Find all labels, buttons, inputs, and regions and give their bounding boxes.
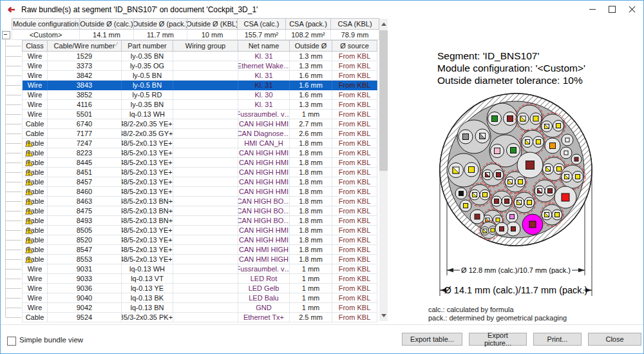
- close-dialog-button[interactable]: Close: [588, 333, 641, 346]
- scroll-down-button[interactable]: [379, 310, 388, 321]
- table-row[interactable]: Cable7247B48/5-2x0.13 YE+…HMI CAN_H1.8 m…: [22, 139, 377, 148]
- sort-ascending-icon: ∕: [116, 41, 117, 48]
- table-row[interactable]: Cable8445B48/5-2x0.13 YE+…CAN HIGH HMI1.…: [22, 158, 377, 168]
- minimize-icon: [589, 9, 596, 10]
- legend-line: calc.: calculated by formula: [428, 306, 567, 314]
- cell-net-name: CAN HIGH HMI: [238, 119, 290, 129]
- cell-part-number: H35/3-2x0.35 PK+…: [122, 313, 173, 322]
- column-header-csa-pack-[interactable]: CSA (pack.): [286, 18, 331, 30]
- table-row[interactable]: Wire4116ly-0.35 BNKl. 311.3 mmFrom KBL: [22, 100, 377, 110]
- table-row[interactable]: Cable8505B48/5-2x0.13 YE+…CAN HIGH HMI1.…: [22, 226, 377, 235]
- module-config-value: 10 mm: [187, 30, 238, 40]
- cell-net-name: CAN HIGH HMI: [238, 187, 290, 197]
- cell-net-name: CAN HIGH HMI: [238, 226, 290, 235]
- tree-branch-line: [6, 143, 21, 144]
- table-row[interactable]: Wire3852ly-0.5 RDKl. 301.6 mmFrom KBL: [22, 90, 377, 100]
- tree-branch-line: [6, 162, 21, 163]
- scroll-up-button[interactable]: [379, 19, 388, 30]
- cell-outside-: 1.8 mm: [290, 158, 332, 168]
- wire-color-code: [469, 167, 475, 173]
- table-row[interactable]: Wire9031lq-0.13 WHFussraumbel. v…1 mmFro…: [22, 264, 377, 274]
- cell-net-name: CAN HIGH BO…: [238, 216, 290, 226]
- column-header-net-name[interactable]: Net name: [238, 40, 290, 52]
- table-row[interactable]: Cable8553B48/5-2x0.13 YE+…CAN HMI HIGH1.…: [22, 255, 377, 264]
- table-row[interactable]: Wire9040lq-0.13 BKLED Balu1 mmFrom KBL: [22, 293, 377, 303]
- tree-branch-line: [6, 240, 21, 241]
- table-row[interactable]: Wire9036lq-0.13 YELED Gelb1 mmFrom KBL: [22, 284, 377, 293]
- table-row[interactable]: Cable8457B48/5-2x0.13 YE+…CAN HIGH HMI1.…: [22, 177, 377, 187]
- cell--source: From KBL: [332, 81, 377, 90]
- cell--source: From KBL: [332, 52, 377, 61]
- window-title: Raw bundle(s) at segment 'ID_BNS107' on …: [21, 5, 258, 14]
- tree-branch-line: [6, 124, 21, 124]
- module-config-row[interactable]: <Custom>14.1 mm11.7 mm10 mm155.7 mm²108.…: [12, 30, 379, 40]
- cell--source: From KBL: [332, 139, 377, 148]
- tree-branch-line: [6, 250, 21, 250]
- cell-part-number: B48/5-2x0.13 YE+…: [122, 139, 173, 148]
- column-header-module-configuration[interactable]: Module configuration∕: [12, 18, 80, 30]
- table-row[interactable]: Wire3843ly-0.5 BNKl. 311.6 mmFrom KBL: [22, 81, 377, 90]
- column-header-wiring-group[interactable]: Wiring group: [173, 40, 238, 52]
- cell-class: Cable: [22, 139, 48, 148]
- column-header-outside-pack-[interactable]: Outside Ø (pack.): [134, 18, 187, 30]
- column-header-csa-kbl-[interactable]: CSA (KBL): [331, 18, 379, 30]
- cell-wiring-group: [173, 61, 238, 71]
- table-row[interactable]: Wire9033lq-0.13 VTLED Rot1 mmFrom KBL: [22, 274, 377, 284]
- wire-color-code: [529, 221, 536, 228]
- cell-part-number: ly-0.5 RD: [122, 90, 173, 100]
- table-row[interactable]: Cable8463B48/5-2x0.13 BN+…CAN HIGH BO…1.…: [22, 197, 377, 206]
- wire-color-code: [555, 213, 560, 217]
- column-header-class[interactable]: Class: [22, 40, 48, 52]
- table-row[interactable]: Cable8520B48/5-2x0.13 YE+…CAN HIGH HMI1.…: [22, 235, 377, 245]
- column-header--source[interactable]: Ø source: [332, 40, 377, 52]
- export-table-button[interactable]: Export table...: [402, 333, 462, 346]
- cell-net-name: Kl. 30: [238, 90, 290, 100]
- close-button[interactable]: [622, 1, 642, 18]
- print-button[interactable]: Print...: [533, 333, 582, 346]
- cell-cable-wire-number: 8463: [48, 197, 122, 206]
- table-row[interactable]: Cable8451B48/5-2x0.13 YE+…CAN HIGH HMI1.…: [22, 168, 377, 177]
- export-picture-button[interactable]: Export picture...: [469, 333, 527, 346]
- table-row[interactable]: Wire9042lq-0.13 BNGND1 mmFrom KBL: [22, 303, 377, 313]
- table-row[interactable]: Cable8547B48/5-2x0.13 YE+…CAN HMI HIGH1.…: [22, 245, 377, 255]
- column-header-csa-calc-[interactable]: CSA (calc.): [238, 18, 286, 30]
- scrollbar-thumb[interactable]: [379, 30, 388, 171]
- column-header-outside-[interactable]: Outside Ø: [290, 40, 332, 52]
- cell--source: From KBL: [332, 148, 377, 158]
- minimize-button[interactable]: [582, 1, 602, 18]
- column-header-part-number[interactable]: Part number: [122, 40, 173, 52]
- wire-color-code: [495, 199, 499, 204]
- wire-color-code: [475, 214, 480, 219]
- cell--source: From KBL: [332, 216, 377, 226]
- table-row[interactable]: Wire1529ly-0.35 BNKl. 311.3 mmFrom KBL: [22, 52, 377, 61]
- tree-collapse-toggle[interactable]: [2, 31, 10, 39]
- cell-wiring-group: [173, 139, 238, 148]
- table-row[interactable]: Wire3373ly-0.35 OGEthernet Wake…1.3 mmFr…: [22, 61, 377, 71]
- cell-net-name: LED Rot: [238, 274, 290, 284]
- cell-class: Cable: [22, 226, 48, 235]
- table-row[interactable]: Cable9524H35/3-2x0.35 PK+…Ethernet Tx+2.…: [22, 313, 377, 322]
- cell-part-number: lq-0.13 BK: [122, 293, 173, 303]
- cell-net-name: CAN HIGH HMI: [238, 235, 290, 245]
- table-row[interactable]: Cable8493B48/5-2x0.13 BN+…CAN HIGH BO…1.…: [22, 216, 377, 226]
- table-row[interactable]: Cable8475B48/5-2x0.13 BN+…CAN HIGH BO…1.…: [22, 206, 377, 216]
- cell-wiring-group: [173, 264, 238, 274]
- column-header-cable-wire-number[interactable]: Cable/Wire number∕: [48, 40, 122, 52]
- cell--source: From KBL: [332, 303, 377, 313]
- simple-bundle-view-checkbox[interactable]: [7, 337, 16, 346]
- table-row[interactable]: Cable6740B48/2-2x0.35 YE+…CAN HIGH HMI2.…: [22, 119, 377, 129]
- column-header-outside-kbl-[interactable]: Outside Ø (KBL): [187, 18, 238, 30]
- table-row[interactable]: Wire3842ly-0.5 BNKl. 311.6 mmFrom KBL: [22, 71, 377, 81]
- cell-class: Wire: [22, 274, 48, 284]
- cell-part-number: B48/5-2x0.13 YE+…: [122, 226, 173, 235]
- table-row[interactable]: Wire5501lq-0.13 WHFussraumbel. v…1 mmFro…: [22, 110, 377, 119]
- cell-cable-wire-number: 9031: [48, 264, 122, 274]
- table-row[interactable]: Cable7177B48/2-2x0.35 GY+…CAN Diagnose…2…: [22, 129, 377, 139]
- column-header-outside-calc-[interactable]: Outside Ø (calc.): [80, 18, 134, 30]
- maximize-button[interactable]: [602, 1, 622, 18]
- table-row[interactable]: Cable8460B48/5-2x0.13 YE+…CAN HIGH HMI1.…: [22, 187, 377, 197]
- table-scrollbar[interactable]: [379, 19, 388, 321]
- title-bar[interactable]: Raw bundle(s) at segment 'ID_BNS107' on …: [1, 1, 643, 18]
- table-row[interactable]: Cable8223B48/5-2x0.13 YE+…CAN HIGH HMI1.…: [22, 148, 377, 158]
- cell-net-name: Kl. 31: [238, 81, 290, 90]
